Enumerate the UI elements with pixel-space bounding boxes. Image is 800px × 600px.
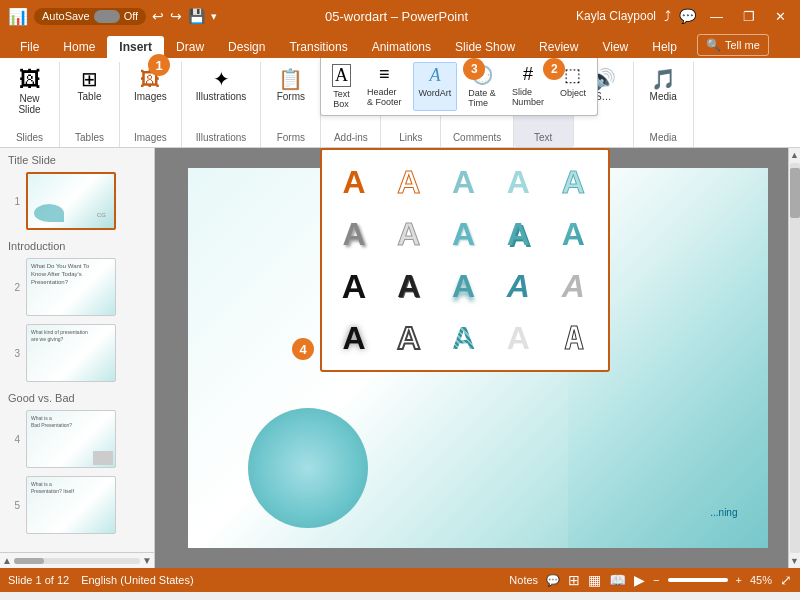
slides-group-label: Slides bbox=[16, 132, 43, 143]
text-box-button[interactable]: A TextBox bbox=[327, 62, 356, 111]
wordart-dropdown: A A A A A A A A A A A A A A A bbox=[320, 148, 610, 372]
wordart-style-3-1[interactable]: A bbox=[330, 262, 378, 310]
normal-view-icon[interactable]: ⊞ bbox=[568, 572, 580, 588]
wordart-style-4-2[interactable]: A bbox=[385, 314, 433, 362]
media-icon: 🎵 bbox=[651, 69, 676, 89]
wordart-label: WordArt bbox=[419, 88, 452, 98]
slide-thumb-text-2: What Do You Want ToKnow After Today'sPre… bbox=[27, 259, 115, 290]
wordart-style-2-3[interactable]: A bbox=[440, 210, 488, 258]
fit-to-window-icon[interactable]: ⤢ bbox=[780, 572, 792, 588]
autosave-toggle[interactable] bbox=[94, 10, 120, 23]
wordart-style-4-3[interactable]: A bbox=[440, 314, 488, 362]
illustrations-icon: ✦ bbox=[213, 69, 230, 89]
wordart-style-4-1[interactable]: A bbox=[330, 314, 378, 362]
undo-icon[interactable]: ↩ bbox=[152, 8, 164, 24]
ribbon-group-tables: ⊞ Table Tables bbox=[60, 62, 120, 147]
ribbon-group-images: 🖼 Images Images 1 bbox=[120, 62, 182, 147]
wordart-style-3-5[interactable]: A bbox=[549, 262, 597, 310]
ribbon-group-slides: 🖼 NewSlide Slides bbox=[0, 62, 60, 147]
wordart-style-1-5[interactable]: A bbox=[549, 158, 597, 206]
tab-review[interactable]: Review bbox=[527, 36, 590, 58]
panel-scroll-up[interactable]: ▲ bbox=[2, 555, 12, 566]
wordart-style-3-2[interactable]: A bbox=[385, 262, 433, 310]
title-bar-right: Kayla Claypool ⤴ 💬 — ❐ ✕ bbox=[576, 7, 792, 26]
forms-button[interactable]: 📋 Forms bbox=[271, 66, 311, 105]
tell-me-bar[interactable]: 🔍 Tell me bbox=[697, 34, 769, 56]
slide-item-1[interactable]: 1 CG bbox=[0, 168, 154, 234]
tab-file[interactable]: File bbox=[8, 36, 51, 58]
reading-view-icon[interactable]: 📖 bbox=[609, 572, 626, 588]
new-slide-button[interactable]: 🖼 NewSlide bbox=[12, 66, 48, 118]
wordart-style-2-5[interactable]: A bbox=[549, 210, 597, 258]
presentation-icon[interactable]: ▶ bbox=[634, 572, 645, 588]
scroll-down-icon[interactable]: ▼ bbox=[788, 554, 800, 568]
share-icon[interactable]: ⤴ bbox=[664, 8, 671, 24]
wordart-style-2-2[interactable]: A bbox=[385, 210, 433, 258]
zoom-out-icon[interactable]: − bbox=[653, 574, 659, 586]
slide-info: Slide 1 of 12 bbox=[8, 574, 69, 586]
panel-scroll-down[interactable]: ▼ bbox=[142, 555, 152, 566]
wordart-style-4-4[interactable]: A bbox=[494, 314, 542, 362]
main-area: Title Slide 1 CG Introduction 2 What Do … bbox=[0, 148, 800, 568]
wordart-style-1-3[interactable]: A bbox=[440, 158, 488, 206]
comments-view-icon[interactable]: 💬 bbox=[546, 574, 560, 587]
tab-design[interactable]: Design bbox=[216, 36, 277, 58]
slide-num-4: 4 bbox=[6, 434, 20, 445]
object-icon: ⬚ bbox=[564, 64, 581, 86]
wordart-style-1-1[interactable]: A bbox=[330, 158, 378, 206]
slide-item-2[interactable]: 2 What Do You Want ToKnow After Today'sP… bbox=[0, 254, 154, 320]
comments-icon[interactable]: 💬 bbox=[679, 8, 696, 24]
table-icon: ⊞ bbox=[81, 69, 98, 89]
table-button[interactable]: ⊞ Table bbox=[72, 66, 108, 105]
object-label: Object bbox=[560, 88, 586, 98]
slide-item-3[interactable]: 3 What kind of presentationare we giving… bbox=[0, 320, 154, 386]
slide-thumb-text-4: What is aBad Presentation? bbox=[27, 411, 115, 432]
media-button[interactable]: 🎵 Media bbox=[644, 66, 683, 105]
slide-item-5[interactable]: 5 What is aPresentation? Itself bbox=[0, 472, 154, 538]
tab-home[interactable]: Home bbox=[51, 36, 107, 58]
wordart-style-4-5[interactable]: A bbox=[549, 314, 597, 362]
wordart-style-3-3[interactable]: A bbox=[440, 262, 488, 310]
wordart-style-2-1[interactable]: A bbox=[330, 210, 378, 258]
wordart-style-1-2[interactable]: A bbox=[385, 158, 433, 206]
tab-slideshow[interactable]: Slide Show bbox=[443, 36, 527, 58]
wordart-style-2-4[interactable]: A bbox=[494, 210, 542, 258]
maximize-button[interactable]: ❐ bbox=[737, 7, 761, 26]
ribbon-group-media: 🎵 Media Media bbox=[634, 62, 694, 147]
search-icon: 🔍 bbox=[706, 38, 721, 52]
wordart-button[interactable]: A WordArt bbox=[413, 62, 458, 111]
slide-item-4[interactable]: 4 What is aBad Presentation? bbox=[0, 406, 154, 472]
scroll-up-icon[interactable]: ▲ bbox=[788, 148, 800, 162]
slide-caption: ...ning bbox=[710, 507, 737, 518]
customize-qat-icon[interactable]: ▾ bbox=[211, 10, 217, 23]
tab-transitions[interactable]: Transitions bbox=[277, 36, 359, 58]
zoom-in-icon[interactable]: + bbox=[736, 574, 742, 586]
slide-thumb-1: CG bbox=[26, 172, 116, 230]
autosave-label: AutoSave bbox=[42, 10, 90, 22]
section-label-4: Good vs. Bad bbox=[0, 386, 154, 406]
tab-view[interactable]: View bbox=[590, 36, 640, 58]
quick-save-icon[interactable]: 💾 bbox=[188, 8, 205, 24]
ribbon-tabs: File Home Insert Draw Design Transitions… bbox=[0, 32, 800, 58]
header-footer-button[interactable]: ≡ Header& Footer bbox=[362, 62, 407, 111]
wordart-grid: A A A A A A A A A A A A A A A bbox=[330, 158, 600, 362]
language: English (United States) bbox=[81, 574, 194, 586]
tab-help[interactable]: Help bbox=[640, 36, 689, 58]
tell-me-label: Tell me bbox=[725, 39, 760, 51]
wordart-icon: A bbox=[429, 65, 440, 86]
wordart-style-1-4[interactable]: A bbox=[494, 158, 542, 206]
notes-button[interactable]: Notes bbox=[509, 574, 538, 586]
zoom-slider[interactable] bbox=[668, 578, 728, 582]
redo-icon[interactable]: ↪ bbox=[170, 8, 182, 24]
minimize-button[interactable]: — bbox=[704, 7, 729, 26]
wordart-style-3-4[interactable]: A bbox=[494, 262, 542, 310]
scroll-thumb[interactable] bbox=[790, 168, 800, 218]
header-footer-label: Header& Footer bbox=[367, 87, 402, 107]
slide-number-label: SlideNumber bbox=[512, 87, 544, 107]
tab-draw[interactable]: Draw bbox=[164, 36, 216, 58]
tab-animations[interactable]: Animations bbox=[360, 36, 443, 58]
close-button[interactable]: ✕ bbox=[769, 7, 792, 26]
zoom-level[interactable]: 45% bbox=[750, 574, 772, 586]
illustrations-button[interactable]: ✦ Illustrations bbox=[190, 66, 253, 105]
slide-sorter-icon[interactable]: ▦ bbox=[588, 572, 601, 588]
